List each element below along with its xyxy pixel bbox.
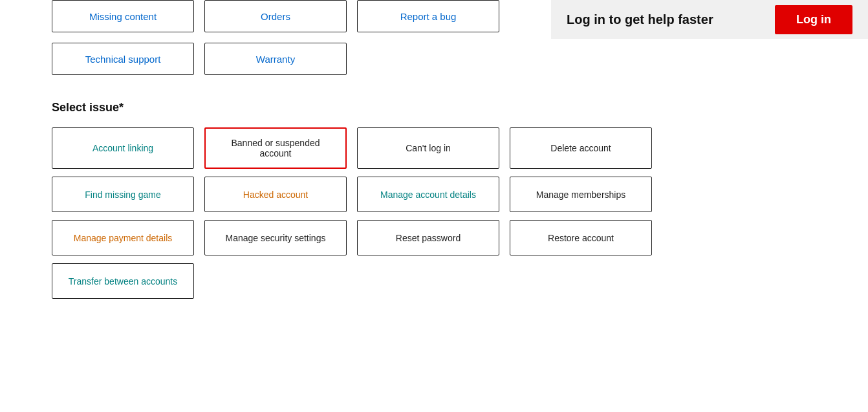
issue-row-2: Find missing game Hacked account Manage … (52, 177, 816, 212)
reset-password-button[interactable]: Reset password (357, 220, 499, 255)
delete-account-button[interactable]: Delete account (510, 127, 652, 169)
hacked-account-button[interactable]: Hacked account (204, 177, 347, 212)
transfer-between-accounts-label: Transfer between accounts (69, 276, 177, 287)
restore-account-button[interactable]: Restore account (510, 220, 652, 255)
cant-log-in-button[interactable]: Can't log in (357, 127, 499, 169)
technical-support-button[interactable]: Technical support (52, 43, 194, 75)
missing-content-label: Missing content (89, 11, 157, 22)
login-button-label: Log in (796, 13, 831, 26)
issue-row-3: Manage payment details Manage security s… (52, 220, 816, 255)
login-banner-text: Log in to get help faster (567, 12, 713, 27)
manage-account-details-button[interactable]: Manage account details (357, 177, 499, 212)
warranty-label: Warranty (256, 54, 295, 65)
login-banner: Log in to get help faster Log in (551, 0, 868, 39)
report-a-bug-label: Report a bug (400, 11, 457, 22)
manage-payment-details-button[interactable]: Manage payment details (52, 220, 194, 255)
hacked-account-label: Hacked account (243, 190, 308, 200)
warranty-button[interactable]: Warranty (204, 43, 347, 75)
banned-suspended-label: Banned or suspended account (232, 138, 320, 158)
manage-memberships-button[interactable]: Manage memberships (510, 177, 652, 212)
issue-grid: Account linking Banned or suspended acco… (52, 127, 816, 299)
cant-log-in-label: Can't log in (406, 143, 451, 153)
account-linking-label: Account linking (92, 143, 153, 153)
manage-memberships-label: Manage memberships (536, 190, 626, 200)
report-a-bug-button[interactable]: Report a bug (357, 0, 499, 32)
account-linking-button[interactable]: Account linking (52, 127, 194, 169)
manage-account-details-label: Manage account details (380, 190, 476, 200)
banned-suspended-button[interactable]: Banned or suspended account (204, 127, 347, 169)
restore-account-label: Restore account (548, 233, 614, 243)
transfer-between-accounts-button[interactable]: Transfer between accounts (52, 263, 194, 299)
manage-security-settings-button[interactable]: Manage security settings (204, 220, 347, 255)
find-missing-game-button[interactable]: Find missing game (52, 177, 194, 212)
orders-button[interactable]: Orders (204, 0, 347, 32)
manage-payment-details-label: Manage payment details (74, 233, 173, 243)
manage-security-settings-label: Manage security settings (226, 233, 326, 243)
missing-content-button[interactable]: Missing content (52, 0, 194, 32)
select-issue-heading: Select issue* (52, 101, 816, 114)
technical-support-label: Technical support (85, 54, 161, 65)
issue-row-4: Transfer between accounts (52, 263, 816, 299)
login-button[interactable]: Log in (775, 5, 852, 34)
reset-password-label: Reset password (396, 233, 461, 243)
issue-row-1: Account linking Banned or suspended acco… (52, 127, 816, 169)
find-missing-game-label: Find missing game (85, 190, 161, 200)
delete-account-label: Delete account (550, 143, 611, 153)
orders-label: Orders (261, 11, 290, 22)
